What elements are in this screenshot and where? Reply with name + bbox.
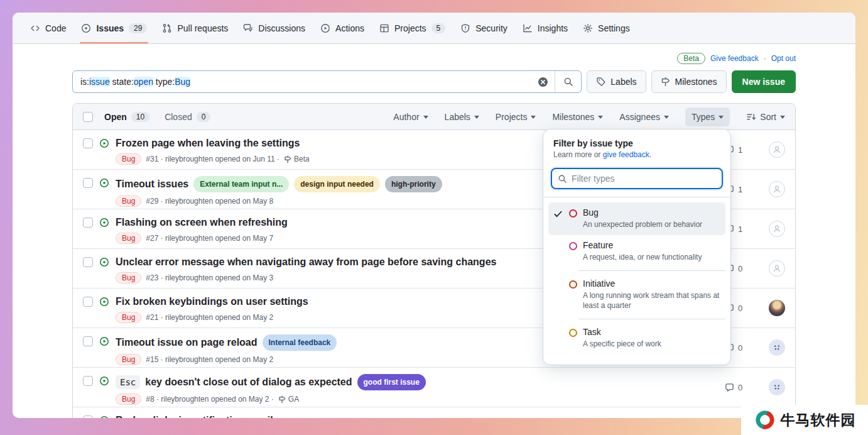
issue-title[interactable]: Flashing on screen when refreshing	[116, 216, 288, 229]
labels-filter[interactable]: Labels	[445, 112, 479, 122]
issue-checkbox[interactable]	[83, 178, 93, 188]
issue-title[interactable]: Frozen page when leaving the settings	[116, 136, 300, 150]
milestones-filter[interactable]: Milestones	[552, 112, 603, 122]
issues-count-badge: 29	[129, 23, 147, 33]
select-all-checkbox[interactable]	[83, 112, 93, 122]
filter-label: Types	[692, 112, 715, 122]
new-issue-button[interactable]: New issue	[732, 70, 796, 93]
git-pull-request-icon	[162, 23, 172, 33]
issue-checkbox[interactable]	[83, 297, 93, 307]
issue-title[interactable]: Unclear error message when navigating aw…	[116, 255, 496, 269]
issue-checkbox[interactable]	[83, 138, 93, 148]
filter-label: Labels	[445, 112, 470, 122]
filter-label: Author	[393, 112, 419, 122]
issue-type-pill[interactable]: Bug	[116, 312, 141, 323]
open-issue-icon	[99, 138, 109, 148]
avatar[interactable]	[769, 181, 785, 197]
tab-issues[interactable]: Issues 29	[73, 13, 155, 43]
issue-milestone[interactable]: Beta	[284, 155, 310, 163]
type-option-initiative[interactable]: Initiative A long running work stream th…	[548, 273, 725, 317]
sort-filter[interactable]: Sort	[746, 112, 785, 122]
issue-milestone[interactable]: GA	[278, 395, 299, 404]
issue-row[interactable]: Esc key doesn't close out of dialog as e…	[73, 368, 795, 407]
issue-meta: #23 · rileybroughten opened on May 3	[146, 273, 273, 282]
issue-checkbox[interactable]	[83, 218, 93, 228]
comment-count[interactable]: 0	[725, 383, 746, 392]
tab-projects[interactable]: Projects 5	[372, 13, 453, 43]
tab-security[interactable]: Security	[453, 13, 515, 43]
issue-checkbox[interactable]	[83, 257, 93, 267]
search-token: type:	[153, 77, 175, 87]
tab-insights[interactable]: Insights	[515, 13, 575, 43]
avatar[interactable]	[769, 379, 785, 395]
check-placeholder	[553, 327, 563, 329]
issue-title[interactable]: key doesn't close out of dialog as expec…	[145, 375, 352, 389]
type-option-bug[interactable]: Bug An unexpected problem or behavior	[548, 202, 725, 235]
issues-search-input[interactable]: is:issue state:open type:Bug	[72, 70, 582, 93]
sort-icon	[746, 112, 756, 122]
labels-button[interactable]: Labels	[587, 70, 646, 93]
tab-code[interactable]: Code	[23, 13, 73, 43]
issue-type-pill[interactable]: Bug	[116, 153, 141, 165]
search-submit-icon[interactable]	[555, 71, 581, 92]
issue-meta: #8 · rileybroughten opened on May 2 ·	[146, 395, 273, 404]
issue-title[interactable]: Broken links in notification emails	[116, 414, 279, 418]
open-issue-icon	[99, 376, 109, 386]
issue-label[interactable]: design input needed	[294, 176, 380, 192]
tab-actions[interactable]: Actions	[313, 13, 372, 43]
avatar[interactable]	[769, 339, 785, 356]
comment-icon	[725, 383, 734, 392]
type-description: A specific piece of work	[583, 339, 661, 350]
types-dropdown: Filter by issue type Learn more or give …	[543, 129, 731, 365]
avatar[interactable]	[769, 221, 785, 237]
tab-settings[interactable]: Settings	[575, 13, 637, 43]
issue-checkbox[interactable]	[83, 336, 93, 346]
issue-type-pill[interactable]: Bug	[116, 195, 141, 207]
issue-label[interactable]: Internal feedback	[263, 334, 337, 351]
tab-pull-requests[interactable]: Pull requests	[155, 13, 236, 43]
search-query[interactable]: is:issue state:open type:Bug	[73, 71, 531, 92]
issue-type-pill[interactable]: Bug	[116, 233, 141, 244]
opt-out-link[interactable]: Opt out	[771, 54, 796, 63]
search-token-highlight: open	[134, 77, 153, 87]
closed-label: Closed	[165, 112, 192, 122]
issue-checkbox[interactable]	[83, 416, 93, 418]
closed-count-badge: 0	[197, 112, 211, 122]
issue-title[interactable]: Fix broken keybindings on user settings	[116, 295, 308, 309]
issue-type-pill[interactable]: Bug	[116, 272, 141, 284]
issue-type-pill[interactable]: Bug	[116, 394, 141, 405]
type-option-feature[interactable]: Feature A request, idea, or new function…	[548, 235, 725, 268]
give-feedback-link[interactable]: Give feedback	[710, 54, 759, 63]
tab-discussions[interactable]: Discussions	[236, 13, 313, 43]
tab-label: Settings	[598, 23, 630, 33]
type-option-task[interactable]: Task A specific piece of work	[548, 322, 725, 355]
issue-title[interactable]: Timeout issue on page reload	[116, 336, 258, 350]
types-filter[interactable]: Types	[685, 107, 730, 126]
beta-badge: Beta	[677, 53, 705, 64]
comment-count-value: 1	[738, 224, 742, 234]
issue-checkbox[interactable]	[83, 376, 93, 386]
assignees-filter[interactable]: Assignees	[619, 112, 669, 122]
projects-filter[interactable]: Projects	[496, 112, 536, 122]
clear-search-icon[interactable]	[531, 71, 555, 92]
issue-label[interactable]: high-priority	[385, 176, 442, 192]
issue-label[interactable]: good first issue	[357, 374, 426, 390]
open-issues-tab[interactable]: Open 10	[104, 112, 149, 122]
avatar[interactable]	[769, 260, 785, 277]
issue-label[interactable]: External team input n...	[193, 176, 289, 192]
closed-issues-tab[interactable]: Closed 0	[165, 112, 210, 122]
issue-title[interactable]: Timeout issues	[116, 177, 188, 191]
issue-row[interactable]: Broken links in notification emails	[73, 407, 795, 418]
filter-types-input[interactable]	[572, 173, 716, 184]
give-feedback-link[interactable]: give feedback.	[603, 150, 651, 159]
chevron-down-icon	[474, 116, 479, 119]
type-name: Bug	[583, 207, 702, 218]
author-filter[interactable]: Author	[393, 112, 428, 122]
avatar[interactable]	[769, 300, 785, 316]
tab-label: Security	[475, 23, 507, 33]
chevron-down-icon	[719, 116, 724, 119]
issue-type-pill[interactable]: Bug	[116, 354, 141, 365]
milestones-button[interactable]: Milestones	[651, 70, 727, 93]
avatar[interactable]	[769, 141, 785, 158]
task-type-icon	[569, 329, 577, 337]
